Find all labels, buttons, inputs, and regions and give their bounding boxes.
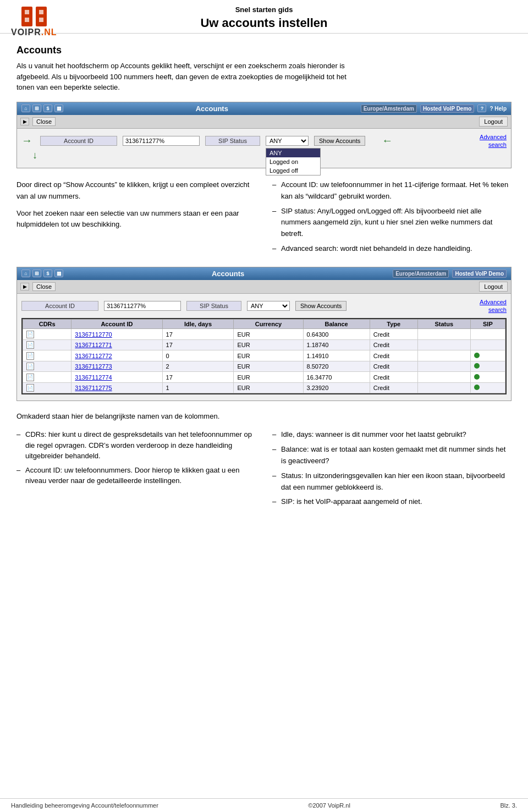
sip-dropdown-menu-1: ANY Logged on Logged off bbox=[266, 148, 321, 175]
col-left-item-1: CDRs: hier kunt u direct de gespreksdeta… bbox=[16, 429, 256, 462]
advanced-search-link-1[interactable]: Advancedsearch bbox=[480, 133, 507, 149]
account-id-input-2[interactable] bbox=[104, 301, 181, 311]
svg-rect-3 bbox=[36, 7, 47, 26]
advanced-search-link-2[interactable]: Advancedsearch bbox=[480, 298, 507, 314]
col-header-account-id: Account ID bbox=[72, 320, 162, 329]
dollar-icon[interactable]: $ bbox=[43, 105, 52, 112]
hosted-label-2: Hosted VoIP Demo bbox=[452, 270, 507, 278]
window2-title: Accounts bbox=[63, 270, 393, 278]
logout-button-2[interactable]: Logout bbox=[479, 282, 508, 292]
col-left-list-2: CDRs: hier kunt u direct de gespreksdeta… bbox=[16, 429, 256, 486]
col-left-p2: Voor het zoeken naar een selectie van uw… bbox=[16, 208, 256, 231]
help-text-1: ? Help bbox=[490, 106, 507, 112]
two-col-section-2: CDRs: hier kunt u direct de gespreksdeta… bbox=[16, 429, 512, 511]
col-header-sip: SIP bbox=[470, 320, 505, 329]
play-button-2[interactable]: ▶ bbox=[20, 283, 29, 290]
cell-account-3[interactable]: 31367112773 bbox=[72, 361, 162, 372]
cell-account-0[interactable]: 31367112770 bbox=[72, 329, 162, 340]
col-right-1: Account ID: uw telefoonnummer in het 11-… bbox=[272, 179, 512, 258]
cell-status-0 bbox=[417, 329, 470, 340]
titlebar-icons-1: ⌂ ⊞ $ ▦ bbox=[21, 105, 63, 112]
sip-dot-3 bbox=[474, 363, 480, 369]
account-id-input-1[interactable] bbox=[123, 136, 200, 146]
page-subtitle: Snel starten gids bbox=[11, 6, 517, 14]
col-header-type: Type bbox=[370, 320, 417, 329]
col-right-item-2: SIP status: Any/Logged on/Logged off: Al… bbox=[272, 206, 512, 240]
cell-cdrs-4[interactable]: 📄 bbox=[23, 372, 72, 383]
cdr-icon-3[interactable]: 📄 bbox=[26, 363, 34, 370]
table-row: 📄 31367112770 17 EUR 0.64300 Credit bbox=[23, 329, 505, 340]
cell-idle-0: 17 bbox=[162, 329, 234, 340]
table-icon-2[interactable]: ▦ bbox=[54, 270, 63, 277]
footer-right: Blz. 3. bbox=[500, 802, 517, 809]
cell-sip-2 bbox=[470, 350, 505, 361]
titlebar-right-1: Europe/Amsterdam Hosted VoIP Demo ? ? He… bbox=[361, 105, 507, 113]
grid-icon[interactable]: ⊞ bbox=[32, 105, 41, 112]
cell-cdrs-3[interactable]: 📄 bbox=[23, 361, 72, 372]
cell-cdrs-5[interactable]: 📄 bbox=[23, 382, 72, 393]
table-row: 📄 31367112775 1 EUR 3.23920 Credit bbox=[23, 382, 505, 393]
cell-status-5 bbox=[417, 382, 470, 393]
help-icon-1[interactable]: ? bbox=[477, 105, 486, 112]
cdr-icon-0[interactable]: 📄 bbox=[26, 331, 34, 338]
show-accounts-btn-1[interactable]: Show Accounts bbox=[314, 136, 365, 146]
col-header-cdrs: CDRs bbox=[23, 320, 72, 329]
sip-select-1[interactable]: ANY Logged on Logged off bbox=[266, 136, 309, 146]
arrow-2: ← bbox=[382, 134, 393, 147]
show-accounts-btn-2[interactable]: Show Accounts bbox=[295, 301, 346, 311]
home-icon-2[interactable]: ⌂ bbox=[21, 270, 30, 277]
cell-account-1[interactable]: 31367112771 bbox=[72, 339, 162, 350]
cell-status-1 bbox=[417, 339, 470, 350]
sip-option-logged-on[interactable]: Logged on bbox=[266, 157, 320, 166]
cell-currency-5: EUR bbox=[234, 382, 303, 393]
search-row-2: Account ID SIP Status ANY Logged on Logg… bbox=[21, 298, 507, 314]
cell-cdrs-0[interactable]: 📄 bbox=[23, 329, 72, 340]
col-left-2: CDRs: hier kunt u direct de gespreksdeta… bbox=[16, 429, 256, 511]
close-button-1[interactable]: Close bbox=[32, 117, 56, 126]
col-right-2: Idle, days: wanneer is dit nummer voor h… bbox=[272, 429, 512, 511]
cell-currency-1: EUR bbox=[234, 339, 303, 350]
cdr-icon-2[interactable]: 📄 bbox=[26, 352, 34, 360]
sip-dropdown-1[interactable]: ANY Logged on Logged off ANY Logged on L… bbox=[266, 136, 309, 146]
cell-type-5: Credit bbox=[370, 382, 417, 393]
dollar-icon-2[interactable]: $ bbox=[43, 270, 52, 277]
table-row: 📄 31367112772 0 EUR 1.14910 Credit bbox=[23, 350, 505, 361]
cell-currency-2: EUR bbox=[234, 350, 303, 361]
cdr-icon-1[interactable]: 📄 bbox=[26, 341, 34, 349]
col-header-status: Status bbox=[417, 320, 470, 329]
hosted-label-1: Hosted VoIP Demo bbox=[420, 105, 475, 113]
sip-status-label-2: SIP Status bbox=[186, 301, 241, 311]
play-button-1[interactable]: ▶ bbox=[20, 118, 29, 125]
sip-option-logged-off[interactable]: Logged off bbox=[266, 166, 320, 175]
cell-cdrs-1[interactable]: 📄 bbox=[23, 339, 72, 350]
sip-dot-2 bbox=[474, 353, 480, 358]
home-icon[interactable]: ⌂ bbox=[21, 105, 30, 112]
account-id-label-1: Account ID bbox=[40, 136, 117, 146]
sip-dot-4 bbox=[474, 374, 480, 380]
cell-account-2[interactable]: 31367112772 bbox=[72, 350, 162, 361]
col-header-balance: Balance bbox=[303, 320, 370, 329]
page-footer: Handleiding beheeromgeving Account/telef… bbox=[0, 798, 528, 812]
svg-rect-5 bbox=[39, 18, 43, 22]
sip-option-any[interactable]: ANY bbox=[266, 149, 320, 157]
table-icon[interactable]: ▦ bbox=[54, 105, 63, 112]
cdr-icon-5[interactable]: 📄 bbox=[26, 384, 34, 392]
col-right-list-2: Idle, days: wanneer is dit nummer voor h… bbox=[272, 429, 512, 508]
cell-account-5[interactable]: 31367112775 bbox=[72, 382, 162, 393]
app-window-2: ⌂ ⊞ $ ▦ Accounts Europe/Amsterdam Hosted… bbox=[16, 267, 512, 402]
cell-type-3: Credit bbox=[370, 361, 417, 372]
cell-cdrs-2[interactable]: 📄 bbox=[23, 350, 72, 361]
main-content: Accounts Als u vanuit het hoofdscherm op… bbox=[0, 34, 528, 531]
cdr-icon-4[interactable]: 📄 bbox=[26, 374, 34, 381]
cell-account-4[interactable]: 31367112774 bbox=[72, 372, 162, 383]
sip-select-2[interactable]: ANY Logged on Logged off bbox=[247, 301, 290, 311]
app-body-1: → Account ID SIP Status ANY Logged on Lo… bbox=[17, 129, 511, 168]
grid-icon-2[interactable]: ⊞ bbox=[32, 270, 41, 277]
close-button-2[interactable]: Close bbox=[32, 282, 56, 291]
cell-idle-1: 17 bbox=[162, 339, 234, 350]
logout-button-1[interactable]: Logout bbox=[479, 117, 508, 127]
app-titlebar-2: ⌂ ⊞ $ ▦ Accounts Europe/Amsterdam Hosted… bbox=[17, 267, 511, 280]
cell-sip-4 bbox=[470, 372, 505, 383]
footer-left: Handleiding beheeromgeving Account/telef… bbox=[11, 802, 158, 809]
app-toolbar-1: ▶ Close Logout bbox=[17, 115, 511, 129]
